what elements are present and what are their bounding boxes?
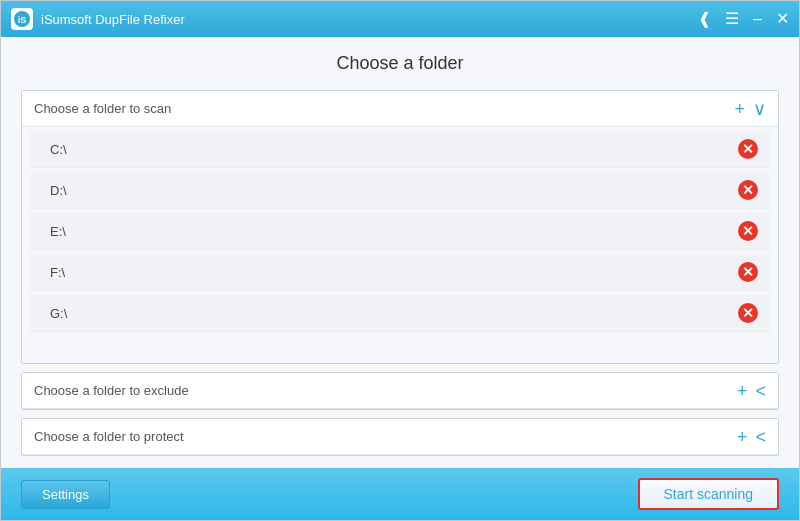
list-item: D:\✕	[30, 172, 770, 209]
protect-panel-header: Choose a folder to protect + <	[22, 419, 778, 455]
protect-collapse-button[interactable]: <	[755, 428, 766, 446]
folder-path: C:\	[50, 142, 738, 157]
main-content: Choose a folder Choose a folder to scan …	[1, 37, 799, 468]
exclude-panel: Choose a folder to exclude + <	[21, 372, 779, 410]
list-item: G:\✕	[30, 295, 770, 332]
remove-folder-button[interactable]: ✕	[738, 221, 758, 241]
window-controls: ❰ ☰ – ✕	[698, 11, 789, 27]
protect-panel: Choose a folder to protect + <	[21, 418, 779, 456]
exclude-panel-actions: + <	[737, 382, 766, 400]
scan-panel-actions: + ∨	[734, 100, 766, 118]
scan-folder-list: C:\✕D:\✕E:\✕F:\✕G:\✕	[22, 127, 778, 363]
page-title: Choose a folder	[21, 53, 779, 74]
remove-folder-button[interactable]: ✕	[738, 180, 758, 200]
exclude-collapse-button[interactable]: <	[755, 382, 766, 400]
app-window: iS iSumsoft DupFile Refixer ❰ ☰ – ✕ Choo…	[0, 0, 800, 521]
folder-path: F:\	[50, 265, 738, 280]
scan-panel-header: Choose a folder to scan + ∨	[22, 91, 778, 127]
start-scanning-button[interactable]: Start scanning	[638, 478, 780, 510]
svg-text:iS: iS	[18, 15, 27, 25]
remove-folder-button[interactable]: ✕	[738, 262, 758, 282]
menu-icon[interactable]: ☰	[725, 11, 739, 27]
exclude-add-button[interactable]: +	[737, 382, 748, 400]
remove-folder-button[interactable]: ✕	[738, 303, 758, 323]
list-item: F:\✕	[30, 254, 770, 291]
protect-panel-actions: + <	[737, 428, 766, 446]
list-item: E:\✕	[30, 213, 770, 250]
remove-folder-button[interactable]: ✕	[738, 139, 758, 159]
close-icon[interactable]: ✕	[776, 11, 789, 27]
list-item: C:\✕	[30, 131, 770, 168]
minimize-icon[interactable]: –	[753, 11, 762, 27]
protect-add-button[interactable]: +	[737, 428, 748, 446]
app-title: iSumsoft DupFile Refixer	[41, 12, 698, 27]
share-icon[interactable]: ❰	[698, 11, 711, 27]
folder-path: D:\	[50, 183, 738, 198]
protect-panel-label: Choose a folder to protect	[34, 429, 737, 444]
folder-path: G:\	[50, 306, 738, 321]
settings-button[interactable]: Settings	[21, 480, 110, 509]
panels-area: Choose a folder to scan + ∨ C:\✕D:\✕E:\✕…	[21, 90, 779, 456]
footer-bar: Settings Start scanning	[1, 468, 799, 520]
scan-panel: Choose a folder to scan + ∨ C:\✕D:\✕E:\✕…	[21, 90, 779, 364]
scan-panel-label: Choose a folder to scan	[34, 101, 734, 116]
titlebar: iS iSumsoft DupFile Refixer ❰ ☰ – ✕	[1, 1, 799, 37]
exclude-panel-label: Choose a folder to exclude	[34, 383, 737, 398]
bottom-panels: Choose a folder to exclude + < Choose a …	[21, 372, 779, 456]
scan-add-button[interactable]: +	[734, 100, 745, 118]
exclude-panel-header: Choose a folder to exclude + <	[22, 373, 778, 409]
scan-expand-button[interactable]: ∨	[753, 100, 766, 118]
app-logo: iS	[11, 8, 33, 30]
folder-path: E:\	[50, 224, 738, 239]
